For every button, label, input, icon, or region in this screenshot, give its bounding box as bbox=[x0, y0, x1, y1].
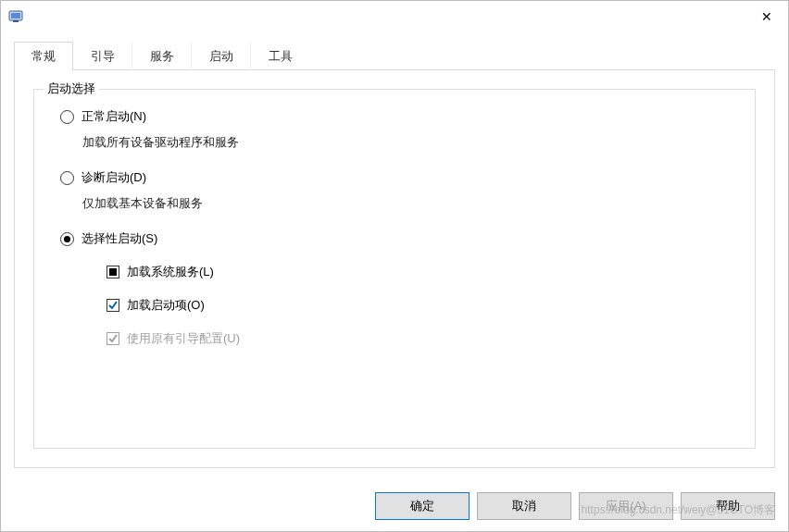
close-button[interactable]: ✕ bbox=[745, 2, 788, 31]
close-icon: ✕ bbox=[761, 9, 772, 24]
radio-label: 选择性启动(S) bbox=[81, 230, 157, 247]
option-desc: 仅加载基本设备和服务 bbox=[82, 195, 736, 212]
tab-boot[interactable]: 引导 bbox=[73, 42, 132, 70]
checkbox-use-original-boot-config bbox=[106, 332, 119, 345]
selective-sub-options: 加载系统服务(L) 加载启动项(O) 使用原有引导配置(U) bbox=[106, 264, 736, 347]
option-desc: 加载所有设备驱动程序和服务 bbox=[82, 134, 736, 151]
ok-button[interactable]: 确定 bbox=[375, 492, 470, 520]
dialog-content: 常规 引导 服务 启动 工具 启动选择 正常启动(N) 加载所有设备驱动程序和服… bbox=[1, 32, 788, 468]
option-diagnostic-startup: 诊断启动(D) 仅加载基本设备和服务 bbox=[60, 169, 736, 212]
group-title: 启动选择 bbox=[44, 80, 99, 97]
title-bar: ✕ bbox=[1, 1, 788, 32]
apply-button[interactable]: 应用(A) bbox=[579, 492, 673, 520]
tab-page-general: 启动选择 正常启动(N) 加载所有设备驱动程序和服务 诊断启动(D) 仅加载基本… bbox=[14, 70, 775, 468]
radio-selective-startup[interactable] bbox=[60, 232, 74, 246]
option-normal-startup: 正常启动(N) 加载所有设备驱动程序和服务 bbox=[60, 108, 736, 151]
tab-strip: 常规 引导 服务 启动 工具 bbox=[14, 42, 775, 70]
checkbox-load-startup-items[interactable] bbox=[106, 299, 119, 312]
radio-label: 正常启动(N) bbox=[81, 108, 146, 125]
app-icon bbox=[8, 8, 25, 25]
sub-load-system-services: 加载系统服务(L) bbox=[106, 264, 736, 280]
radio-normal-startup[interactable] bbox=[60, 110, 74, 124]
checkbox-label: 使用原有引导配置(U) bbox=[127, 330, 240, 347]
dialog-button-bar: 确定 取消 应用(A) 帮助 bbox=[375, 492, 775, 520]
tab-tools[interactable]: 工具 bbox=[251, 42, 309, 70]
sub-load-startup-items: 加载启动项(O) bbox=[106, 297, 736, 314]
checkbox-label: 加载启动项(O) bbox=[127, 297, 205, 314]
svg-rect-2 bbox=[13, 20, 19, 22]
help-button[interactable]: 帮助 bbox=[681, 492, 775, 520]
tab-startup[interactable]: 启动 bbox=[192, 42, 251, 70]
sub-use-original-boot-config: 使用原有引导配置(U) bbox=[106, 330, 736, 347]
option-selective-startup: 选择性启动(S) 加载系统服务(L) 加载启动项(O) bbox=[60, 230, 736, 347]
cancel-button[interactable]: 取消 bbox=[477, 492, 571, 520]
startup-selection-group: 启动选择 正常启动(N) 加载所有设备驱动程序和服务 诊断启动(D) 仅加载基本… bbox=[33, 89, 756, 449]
tab-services[interactable]: 服务 bbox=[132, 42, 192, 70]
svg-rect-1 bbox=[11, 13, 20, 19]
radio-label: 诊断启动(D) bbox=[81, 169, 146, 186]
checkbox-label: 加载系统服务(L) bbox=[127, 264, 214, 280]
radio-diagnostic-startup[interactable] bbox=[60, 171, 74, 185]
checkbox-load-system-services[interactable] bbox=[106, 266, 119, 278]
tab-general[interactable]: 常规 bbox=[14, 42, 73, 70]
